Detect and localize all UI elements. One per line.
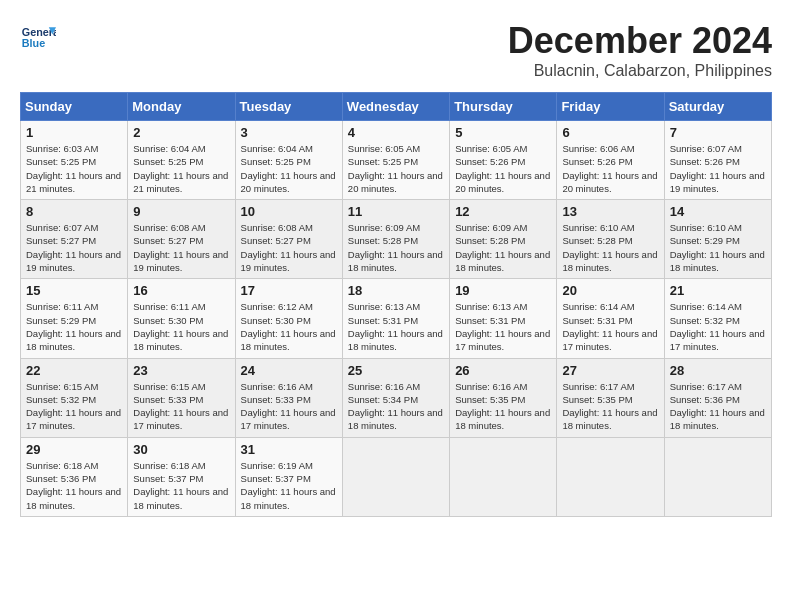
calendar-cell: 15Sunrise: 6:11 AM Sunset: 5:29 PM Dayli… (21, 279, 128, 358)
calendar-cell: 4Sunrise: 6:05 AM Sunset: 5:25 PM Daylig… (342, 121, 449, 200)
calendar-cell: 28Sunrise: 6:17 AM Sunset: 5:36 PM Dayli… (664, 358, 771, 437)
day-number: 2 (133, 125, 229, 140)
logo-icon: General Blue (20, 20, 56, 56)
weekday-header-friday: Friday (557, 93, 664, 121)
day-number: 20 (562, 283, 658, 298)
day-number: 13 (562, 204, 658, 219)
day-number: 7 (670, 125, 766, 140)
day-info: Sunrise: 6:18 AM Sunset: 5:37 PM Dayligh… (133, 459, 229, 512)
day-number: 8 (26, 204, 122, 219)
calendar-cell: 16Sunrise: 6:11 AM Sunset: 5:30 PM Dayli… (128, 279, 235, 358)
calendar-cell: 1Sunrise: 6:03 AM Sunset: 5:25 PM Daylig… (21, 121, 128, 200)
calendar-cell: 6Sunrise: 6:06 AM Sunset: 5:26 PM Daylig… (557, 121, 664, 200)
day-info: Sunrise: 6:15 AM Sunset: 5:32 PM Dayligh… (26, 380, 122, 433)
calendar-cell: 23Sunrise: 6:15 AM Sunset: 5:33 PM Dayli… (128, 358, 235, 437)
weekday-header-thursday: Thursday (450, 93, 557, 121)
day-info: Sunrise: 6:15 AM Sunset: 5:33 PM Dayligh… (133, 380, 229, 433)
day-info: Sunrise: 6:18 AM Sunset: 5:36 PM Dayligh… (26, 459, 122, 512)
day-number: 27 (562, 363, 658, 378)
day-number: 14 (670, 204, 766, 219)
title-section: December 2024 Bulacnin, Calabarzon, Phil… (508, 20, 772, 80)
day-info: Sunrise: 6:04 AM Sunset: 5:25 PM Dayligh… (133, 142, 229, 195)
weekday-header-saturday: Saturday (664, 93, 771, 121)
day-info: Sunrise: 6:05 AM Sunset: 5:25 PM Dayligh… (348, 142, 444, 195)
calendar-cell (664, 437, 771, 516)
day-info: Sunrise: 6:09 AM Sunset: 5:28 PM Dayligh… (348, 221, 444, 274)
day-info: Sunrise: 6:04 AM Sunset: 5:25 PM Dayligh… (241, 142, 337, 195)
day-info: Sunrise: 6:14 AM Sunset: 5:31 PM Dayligh… (562, 300, 658, 353)
calendar-cell: 24Sunrise: 6:16 AM Sunset: 5:33 PM Dayli… (235, 358, 342, 437)
day-info: Sunrise: 6:09 AM Sunset: 5:28 PM Dayligh… (455, 221, 551, 274)
calendar-cell: 2Sunrise: 6:04 AM Sunset: 5:25 PM Daylig… (128, 121, 235, 200)
day-number: 5 (455, 125, 551, 140)
day-number: 4 (348, 125, 444, 140)
calendar-cell (557, 437, 664, 516)
day-number: 19 (455, 283, 551, 298)
page-title: December 2024 (508, 20, 772, 62)
calendar-cell: 7Sunrise: 6:07 AM Sunset: 5:26 PM Daylig… (664, 121, 771, 200)
day-number: 24 (241, 363, 337, 378)
day-number: 11 (348, 204, 444, 219)
day-info: Sunrise: 6:03 AM Sunset: 5:25 PM Dayligh… (26, 142, 122, 195)
calendar-week-row: 8Sunrise: 6:07 AM Sunset: 5:27 PM Daylig… (21, 200, 772, 279)
day-number: 10 (241, 204, 337, 219)
page-header: General Blue December 2024 Bulacnin, Cal… (20, 20, 772, 80)
day-info: Sunrise: 6:19 AM Sunset: 5:37 PM Dayligh… (241, 459, 337, 512)
weekday-header-row: SundayMondayTuesdayWednesdayThursdayFrid… (21, 93, 772, 121)
day-info: Sunrise: 6:16 AM Sunset: 5:35 PM Dayligh… (455, 380, 551, 433)
calendar-week-row: 29Sunrise: 6:18 AM Sunset: 5:36 PM Dayli… (21, 437, 772, 516)
calendar-cell (342, 437, 449, 516)
day-info: Sunrise: 6:11 AM Sunset: 5:30 PM Dayligh… (133, 300, 229, 353)
day-info: Sunrise: 6:07 AM Sunset: 5:26 PM Dayligh… (670, 142, 766, 195)
weekday-header-monday: Monday (128, 93, 235, 121)
day-number: 21 (670, 283, 766, 298)
day-number: 26 (455, 363, 551, 378)
day-info: Sunrise: 6:11 AM Sunset: 5:29 PM Dayligh… (26, 300, 122, 353)
day-number: 28 (670, 363, 766, 378)
calendar-cell: 31Sunrise: 6:19 AM Sunset: 5:37 PM Dayli… (235, 437, 342, 516)
day-info: Sunrise: 6:08 AM Sunset: 5:27 PM Dayligh… (241, 221, 337, 274)
calendar-cell: 10Sunrise: 6:08 AM Sunset: 5:27 PM Dayli… (235, 200, 342, 279)
calendar-table: SundayMondayTuesdayWednesdayThursdayFrid… (20, 92, 772, 517)
calendar-cell: 21Sunrise: 6:14 AM Sunset: 5:32 PM Dayli… (664, 279, 771, 358)
day-info: Sunrise: 6:10 AM Sunset: 5:29 PM Dayligh… (670, 221, 766, 274)
day-info: Sunrise: 6:05 AM Sunset: 5:26 PM Dayligh… (455, 142, 551, 195)
logo: General Blue (20, 20, 56, 56)
day-info: Sunrise: 6:16 AM Sunset: 5:34 PM Dayligh… (348, 380, 444, 433)
weekday-header-tuesday: Tuesday (235, 93, 342, 121)
day-number: 29 (26, 442, 122, 457)
calendar-week-row: 15Sunrise: 6:11 AM Sunset: 5:29 PM Dayli… (21, 279, 772, 358)
day-number: 9 (133, 204, 229, 219)
weekday-header-wednesday: Wednesday (342, 93, 449, 121)
calendar-cell: 17Sunrise: 6:12 AM Sunset: 5:30 PM Dayli… (235, 279, 342, 358)
calendar-week-row: 22Sunrise: 6:15 AM Sunset: 5:32 PM Dayli… (21, 358, 772, 437)
calendar-cell: 26Sunrise: 6:16 AM Sunset: 5:35 PM Dayli… (450, 358, 557, 437)
day-info: Sunrise: 6:14 AM Sunset: 5:32 PM Dayligh… (670, 300, 766, 353)
day-number: 12 (455, 204, 551, 219)
day-info: Sunrise: 6:17 AM Sunset: 5:35 PM Dayligh… (562, 380, 658, 433)
day-number: 30 (133, 442, 229, 457)
day-number: 16 (133, 283, 229, 298)
day-info: Sunrise: 6:06 AM Sunset: 5:26 PM Dayligh… (562, 142, 658, 195)
calendar-body: 1Sunrise: 6:03 AM Sunset: 5:25 PM Daylig… (21, 121, 772, 517)
calendar-cell (450, 437, 557, 516)
calendar-cell: 19Sunrise: 6:13 AM Sunset: 5:31 PM Dayli… (450, 279, 557, 358)
calendar-cell: 14Sunrise: 6:10 AM Sunset: 5:29 PM Dayli… (664, 200, 771, 279)
day-number: 18 (348, 283, 444, 298)
calendar-cell: 30Sunrise: 6:18 AM Sunset: 5:37 PM Dayli… (128, 437, 235, 516)
day-info: Sunrise: 6:08 AM Sunset: 5:27 PM Dayligh… (133, 221, 229, 274)
day-number: 31 (241, 442, 337, 457)
weekday-header-sunday: Sunday (21, 93, 128, 121)
calendar-cell: 11Sunrise: 6:09 AM Sunset: 5:28 PM Dayli… (342, 200, 449, 279)
day-info: Sunrise: 6:13 AM Sunset: 5:31 PM Dayligh… (348, 300, 444, 353)
day-info: Sunrise: 6:13 AM Sunset: 5:31 PM Dayligh… (455, 300, 551, 353)
calendar-cell: 8Sunrise: 6:07 AM Sunset: 5:27 PM Daylig… (21, 200, 128, 279)
day-number: 3 (241, 125, 337, 140)
page-subtitle: Bulacnin, Calabarzon, Philippines (508, 62, 772, 80)
calendar-cell: 27Sunrise: 6:17 AM Sunset: 5:35 PM Dayli… (557, 358, 664, 437)
day-number: 22 (26, 363, 122, 378)
calendar-cell: 13Sunrise: 6:10 AM Sunset: 5:28 PM Dayli… (557, 200, 664, 279)
day-info: Sunrise: 6:17 AM Sunset: 5:36 PM Dayligh… (670, 380, 766, 433)
calendar-cell: 29Sunrise: 6:18 AM Sunset: 5:36 PM Dayli… (21, 437, 128, 516)
day-number: 6 (562, 125, 658, 140)
